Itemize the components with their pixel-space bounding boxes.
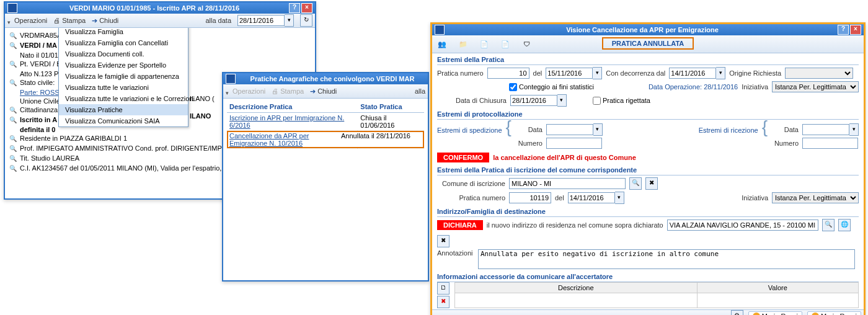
new-row-button[interactable]: 🗋 xyxy=(437,282,450,295)
ricezione-label: Estremi di ricezione xyxy=(699,126,758,134)
window-title: Visione Cancellazione da APR per Emigraz… xyxy=(448,24,836,35)
menu-item[interactable]: Visualizza Pratiche xyxy=(59,104,188,115)
confermo-text: la cancellazione dell'APR di questo Comu… xyxy=(493,154,636,161)
chiusura-date[interactable]: ▾ xyxy=(510,94,567,107)
alla-label: alla xyxy=(415,87,425,95)
pratica-link[interactable]: Iscrizione in APR per Immigrazione N. 6/… xyxy=(229,114,344,129)
col-descrizione[interactable]: Descrizione Pratica xyxy=(227,101,358,113)
user-chip[interactable]: Mario Rossi xyxy=(807,311,861,315)
magnifier-icon[interactable] xyxy=(9,164,17,173)
calendar-button[interactable]: ▾ xyxy=(849,123,859,136)
chiudi-button[interactable]: ➔Chiudi xyxy=(310,87,337,95)
del2-date[interactable]: ▾ xyxy=(568,192,624,204)
search-button[interactable]: 🔍 xyxy=(822,219,835,231)
stampa-button[interactable]: 🖨Stampa xyxy=(53,17,86,24)
pratica-link[interactable]: Cancellazione da APR per Emigrazione N. … xyxy=(229,132,309,147)
date-input[interactable]: ▾ xyxy=(237,14,294,27)
annotazioni-input[interactable] xyxy=(478,249,855,269)
sped-numero[interactable] xyxy=(546,138,602,149)
del2-label: del xyxy=(555,194,564,202)
menu-item[interactable]: Visualizza Famiglia xyxy=(59,28,188,37)
menu-item[interactable]: Visualizza tutte le variazioni e le Corr… xyxy=(59,93,188,104)
printer-icon: 🖨 xyxy=(53,17,60,24)
sped-data[interactable]: ▾ xyxy=(546,123,603,136)
operazioni-dropdown[interactable]: Visualizza FamigliaVisualizza Famiglia c… xyxy=(58,28,188,127)
globe-button[interactable]: 🌐 xyxy=(838,219,851,231)
indirizzo-input[interactable] xyxy=(667,220,818,231)
magnifier-icon[interactable] xyxy=(9,106,17,115)
operazioni-menu[interactable]: Operazioni xyxy=(7,17,47,24)
numero-label: Numero xyxy=(515,140,542,147)
refresh-button[interactable]: ↻ xyxy=(300,14,312,27)
menu-item[interactable]: Visualizza Famiglia con Cancellati xyxy=(59,37,188,48)
line-text: VERDI / MA xyxy=(20,42,57,49)
close-button[interactable]: × xyxy=(850,25,861,35)
iniziativa2-select[interactable]: Istanza Per. Legittimata xyxy=(772,192,859,203)
table-row-highlighted[interactable]: Cancellazione da APR per Emigrazione N. … xyxy=(227,131,424,149)
titlebar[interactable]: Pratiche Anagrafiche che conivolgono VER… xyxy=(223,73,428,84)
calendar-button[interactable]: ▾ xyxy=(716,67,725,79)
magnifier-icon[interactable] xyxy=(9,32,17,40)
magnifier-icon[interactable] xyxy=(9,79,17,87)
calendar-button[interactable]: ▾ xyxy=(285,14,294,27)
titlebar[interactable]: VERDI MARIO 01/01/1985 - Iscritto APR al… xyxy=(5,2,315,14)
search-button[interactable]: 🔍 xyxy=(629,177,642,190)
comune-input[interactable] xyxy=(509,178,626,189)
pratica-numero-input[interactable] xyxy=(487,68,529,79)
line-text: Unione Civile xyxy=(20,97,60,105)
origine-select[interactable] xyxy=(785,68,853,79)
col-valore[interactable]: Valore xyxy=(697,283,858,293)
col-descrizione[interactable]: Descrizione xyxy=(455,283,698,293)
col-stato[interactable]: Stato Pratica xyxy=(358,101,424,113)
iniziativa-select[interactable]: Istanza Per. Legittimata xyxy=(772,81,859,92)
magnifier-icon[interactable] xyxy=(9,42,17,50)
clear-button[interactable]: ✖ xyxy=(645,177,658,190)
operazioni-menu[interactable]: Operazioni xyxy=(226,87,265,95)
chiudi-button[interactable]: ➔Chiudi xyxy=(92,17,118,25)
menu-item[interactable]: Visualizza Comunicazioni SAIA xyxy=(59,115,188,126)
user-chip[interactable]: Mario Rossi xyxy=(748,311,802,315)
magnifier-icon[interactable] xyxy=(9,60,17,69)
del-date[interactable]: ▾ xyxy=(546,67,602,79)
table-row[interactable]: Iscrizione in APR per Immigrazione N. 6/… xyxy=(227,113,424,131)
chevron-down-icon xyxy=(7,18,12,23)
conteggio-checkbox[interactable]: Conteggio ai fini statistici xyxy=(509,83,594,91)
delete-row-button[interactable]: ✖ xyxy=(437,296,450,308)
del-label: del xyxy=(533,69,542,77)
menu-item[interactable]: Visualizza le famiglie di appartenenza xyxy=(59,71,188,82)
decorrenza-date[interactable]: ▾ xyxy=(669,67,725,79)
clear-button[interactable]: ✖ xyxy=(437,235,450,247)
magnifier-icon[interactable] xyxy=(9,135,17,143)
line-text: Cittadinanza xyxy=(20,106,58,113)
status-tool-button[interactable]: ⚙ xyxy=(731,310,743,315)
menu-item[interactable]: Visualizza Evidenze per Sportello xyxy=(59,60,188,71)
magnifier-icon[interactable] xyxy=(9,144,17,153)
magnifier-icon[interactable] xyxy=(9,116,17,125)
close-button[interactable]: × xyxy=(301,3,312,13)
calendar-button[interactable]: ▾ xyxy=(557,94,567,107)
section-protocollazione: Estremi di protocollazione xyxy=(437,109,859,120)
titlebar[interactable]: Visione Cancellazione da APR per Emigraz… xyxy=(432,24,864,35)
table-row[interactable] xyxy=(455,293,859,308)
line-text: Atto N.123 P xyxy=(20,70,58,78)
line-text: Tit. Studio LAUREA xyxy=(20,154,79,162)
calendar-button[interactable]: ▾ xyxy=(593,67,602,79)
help-button[interactable]: ? xyxy=(838,25,849,35)
line-text: Pt. VERDI / B xyxy=(20,60,61,68)
rigettata-checkbox[interactable]: Pratica rigettata xyxy=(593,97,650,105)
magnifier-icon[interactable] xyxy=(9,154,17,163)
calendar-button[interactable]: ▾ xyxy=(593,123,603,136)
statusbar: ⚙ Mario Rossi Mario Rossi xyxy=(432,309,864,315)
help-button[interactable]: ? xyxy=(289,3,300,13)
ric-numero[interactable] xyxy=(802,138,858,149)
calendar-button[interactable]: ▾ xyxy=(615,192,624,204)
pratica2-input[interactable] xyxy=(509,192,551,203)
window-title: VERDI MARIO 01/01/1985 - Iscritto APR al… xyxy=(21,2,288,14)
numero-label: Numero xyxy=(771,140,799,147)
menu-item[interactable]: Visualizza tutte le variazioni xyxy=(59,82,188,93)
menu-item[interactable]: Visualizza Documenti coll. xyxy=(59,48,188,60)
spedizione-label: Estremi di spedizione xyxy=(437,126,502,134)
ric-data[interactable]: ▾ xyxy=(802,123,859,136)
window-pratiche-list: Pratiche Anagrafiche che conivolgono VER… xyxy=(222,72,429,282)
stampa-button[interactable]: 🖨Stampa xyxy=(272,87,304,95)
